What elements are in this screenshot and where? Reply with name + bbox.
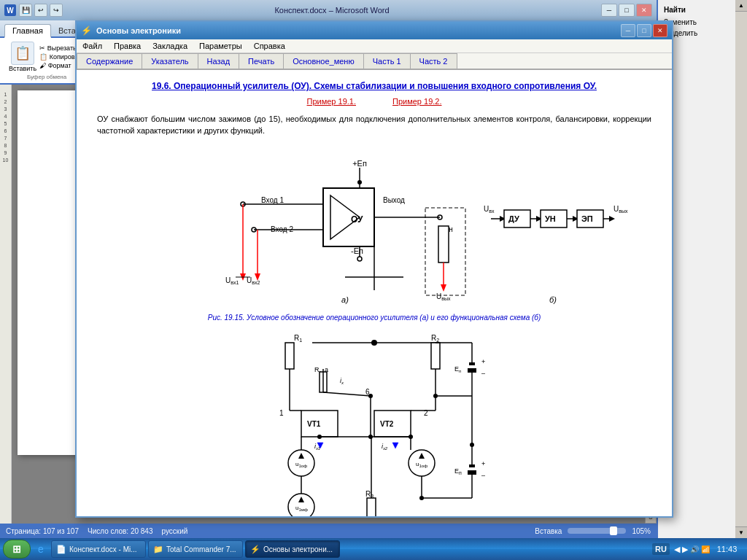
taskbar: ⊞ e 📄 Конспект.docx - Mi... 📁 Total Comm… xyxy=(0,538,747,560)
svg-point-130 xyxy=(470,443,474,447)
svg-text:Uвх: Uвх xyxy=(484,205,495,214)
svg-text:iх: iх xyxy=(340,377,344,385)
menu-help[interactable]: Справка xyxy=(254,42,285,50)
quick-launch-ie[interactable]: e xyxy=(33,541,49,557)
system-tray: RU ◀ ▶ 🔊 📶 11:43 xyxy=(652,543,744,555)
svg-rect-59 xyxy=(431,343,440,369)
nav-btn-back[interactable]: Назад xyxy=(198,53,239,69)
svg-rect-20 xyxy=(438,226,449,262)
menu-edit[interactable]: Правка xyxy=(114,42,141,50)
word-taskbar-label: Конспект.docx - Mi... xyxy=(69,545,137,553)
svg-text:Uвых: Uвых xyxy=(614,205,628,214)
svg-text:Eп: Eп xyxy=(454,365,461,373)
svg-marker-34 xyxy=(441,284,446,292)
svg-rect-94 xyxy=(469,464,475,467)
commander-taskbar-label: Total Commander 7... xyxy=(166,545,236,553)
svg-text:+: + xyxy=(481,460,485,467)
language: русский xyxy=(162,527,188,535)
zoom-level: 105% xyxy=(632,527,651,535)
start-button[interactable]: ⊞ xyxy=(3,540,31,559)
tray-lang[interactable]: RU xyxy=(652,543,670,555)
osnovy-content: 19.6. Операционный усилитель (ОУ). Схемы… xyxy=(77,70,672,516)
osnovy-window: ⚡ Основы электроники ─ □ ✕ Файл Правка З… xyxy=(75,20,673,518)
tab-glavnaya[interactable]: Главная xyxy=(4,24,51,38)
svg-text:ЭП: ЭП xyxy=(581,214,593,223)
osnovy-minimize[interactable]: ─ xyxy=(621,24,635,37)
clock[interactable]: 11:43 xyxy=(714,545,740,553)
osnovy-navbar: Содержание Указатель Назад Печать Основн… xyxy=(77,53,672,70)
start-orb: ⊞ xyxy=(12,543,21,555)
example2-link[interactable]: Пример 19.2. xyxy=(392,97,442,106)
select-label: Выделить xyxy=(664,29,741,37)
paste-btn[interactable]: 📋 Вставить xyxy=(9,42,36,72)
osnovy-menubar: Файл Правка Закладка Параметры Справка xyxy=(77,39,672,53)
right-scroll-up[interactable]: ▲ xyxy=(735,0,747,12)
svg-rect-93 xyxy=(468,470,476,475)
nav-btn-index[interactable]: Указатель xyxy=(142,53,197,69)
word-titlebar: W 💾 ↩ ↪ Конспект.docx – Microsoft Word ─… xyxy=(0,0,657,20)
word-count: Число слов: 20 843 xyxy=(88,527,153,535)
svg-text:Uвых: Uвых xyxy=(436,292,451,301)
svg-text:+: + xyxy=(481,358,485,365)
zoom-slider[interactable] xyxy=(568,528,626,534)
fig-19-15-container: +Еп Вход 1 Вход 2 xyxy=(97,146,651,306)
nav-btn-mainmenu[interactable]: Основное_меню xyxy=(283,53,363,69)
example1-link[interactable]: Пример 19.1. xyxy=(307,97,357,106)
osnovy-titlebar: ⚡ Основы электроники ─ □ ✕ xyxy=(77,22,672,39)
commander-taskbar-icon: 📁 xyxy=(153,545,163,554)
section-title[interactable]: 19.6. Операционный усилитель (ОУ). Схемы… xyxy=(97,80,651,93)
word-title: Конспект.docx – Microsoft Word xyxy=(66,6,598,15)
fig-19-15-svg: +Еп Вход 1 Вход 2 xyxy=(163,146,586,306)
close-btn[interactable]: ✕ xyxy=(636,4,652,17)
svg-rect-87 xyxy=(367,498,376,516)
quick-undo-btn[interactable]: ↩ xyxy=(34,4,47,17)
svg-point-117 xyxy=(433,394,438,398)
svg-text:а): а) xyxy=(341,295,349,304)
tray-icons: ◀ ▶ 🔊 📶 xyxy=(674,545,710,554)
taskbar-item-word[interactable]: 📄 Конспект.docx - Mi... xyxy=(51,540,146,558)
svg-text:-Еп: -Еп xyxy=(351,246,363,255)
quick-redo-btn[interactable]: ↪ xyxy=(50,4,63,17)
svg-text:R1: R1 xyxy=(294,334,302,343)
svg-rect-88 xyxy=(468,368,476,373)
osnovy-taskbar-label: Основы электрони... xyxy=(263,545,333,553)
svg-text:VT2: VT2 xyxy=(380,420,394,428)
nav-btn-part2[interactable]: Часть 2 xyxy=(410,53,457,69)
osnovy-close[interactable]: ✕ xyxy=(653,24,667,37)
minimize-btn[interactable]: ─ xyxy=(601,4,617,17)
nav-btn-contents[interactable]: Содержание xyxy=(77,53,142,69)
svg-point-15 xyxy=(357,257,362,261)
menu-bookmark[interactable]: Закладка xyxy=(152,42,187,50)
svg-rect-57 xyxy=(285,343,294,369)
svg-text:R2: R2 xyxy=(431,334,439,343)
osnovy-maximize[interactable]: □ xyxy=(637,24,651,37)
osnovy-title: Основы электроники xyxy=(96,26,181,35)
nav-btn-print[interactable]: Печать xyxy=(239,53,283,69)
svg-text:ДУ: ДУ xyxy=(508,214,519,223)
svg-text:Выход: Выход xyxy=(383,196,405,204)
right-scroll-down[interactable]: ▼ xyxy=(735,526,747,538)
svg-text:1: 1 xyxy=(279,409,284,417)
insert-mode: Вставка xyxy=(535,527,562,535)
svg-point-127 xyxy=(409,435,413,439)
vertical-ruler: 1 2 3 4 5 6 7 8 9 10 xyxy=(0,85,12,524)
fig-19-15-caption: Рис. 19.15. Условное обозначение операци… xyxy=(97,314,651,322)
svg-text:б): б) xyxy=(549,295,557,304)
taskbar-item-commander[interactable]: 📁 Total Commander 7... xyxy=(148,540,243,558)
word-statusbar: Страница: 107 из 107 Число слов: 20 843 … xyxy=(0,524,657,538)
maximize-btn[interactable]: □ xyxy=(619,4,635,17)
word-app-icon: W xyxy=(4,4,16,16)
menu-params[interactable]: Параметры xyxy=(199,42,242,50)
taskbar-item-osnovy[interactable]: ⚡ Основы электрони... xyxy=(245,540,340,558)
fig-19-16-svg: R1 R2 Rк a 6 xyxy=(206,332,542,516)
word-taskbar-icon: 📄 xyxy=(56,545,66,554)
menu-file[interactable]: Файл xyxy=(82,42,102,50)
svg-point-121 xyxy=(419,496,424,500)
svg-text:–: – xyxy=(481,472,485,479)
quick-save-btn[interactable]: 💾 xyxy=(19,4,32,17)
svg-text:Eп: Eп xyxy=(454,467,462,475)
osnovy-app-icon: ⚡ xyxy=(81,26,92,36)
nav-btn-part1[interactable]: Часть 1 xyxy=(363,53,410,69)
fig-19-16-container: R1 R2 Rк a 6 xyxy=(97,332,651,516)
replace-label: Заменить xyxy=(664,18,741,26)
